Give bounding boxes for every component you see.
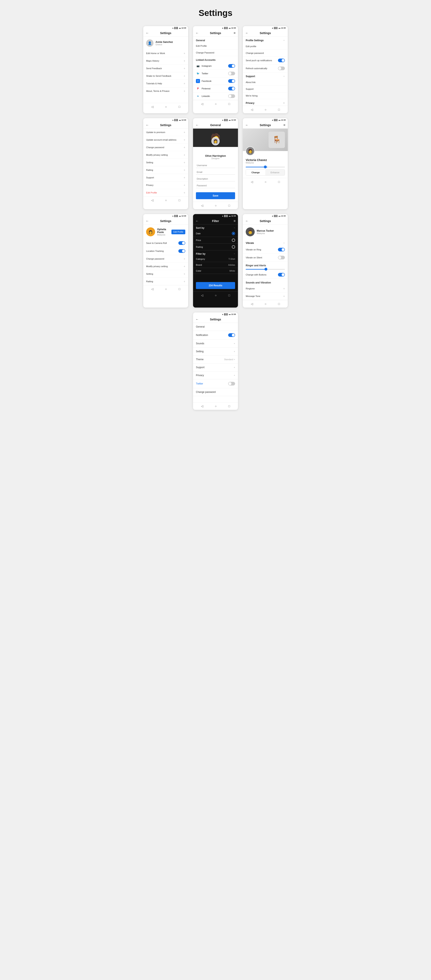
- back-button-4[interactable]: ←: [146, 123, 149, 127]
- back-nav-2[interactable]: ◁: [201, 102, 203, 105]
- back-nav-8[interactable]: ◁: [201, 294, 203, 297]
- section-collapse[interactable]: +: [283, 101, 285, 105]
- slider-row[interactable]: [243, 165, 288, 169]
- description-input[interactable]: [197, 178, 234, 180]
- linked-linkedin[interactable]: in Linkedin: [193, 92, 238, 100]
- support-p4[interactable]: Support +: [143, 174, 188, 181]
- raiting-radio[interactable]: [232, 245, 235, 248]
- modify-privacy-p4[interactable]: Modify privacy setting +: [143, 151, 188, 159]
- home-nav-10[interactable]: ○: [215, 404, 216, 408]
- ringer-slider[interactable]: [243, 268, 288, 271]
- pinterest-toggle[interactable]: [228, 87, 235, 91]
- linked-pinterest[interactable]: P Pinterest: [193, 85, 238, 92]
- back-button-7[interactable]: ←: [146, 219, 149, 223]
- home-nav-6[interactable]: ○: [265, 180, 266, 183]
- edit-profile-button-7[interactable]: Edit Profile: [172, 229, 185, 234]
- date-radio[interactable]: [232, 232, 235, 235]
- vibrate-silent[interactable]: Vibrate on Silent: [243, 254, 288, 262]
- recents-nav-1[interactable]: □: [178, 105, 180, 108]
- recents-nav-7[interactable]: □: [178, 287, 180, 291]
- back-button-3[interactable]: ←: [245, 31, 248, 35]
- twitter-settings-toggle[interactable]: [228, 382, 235, 385]
- vibrate-silent-toggle[interactable]: [278, 256, 285, 259]
- settings-item-maps[interactable]: Maps History +: [143, 57, 188, 65]
- back-button-9[interactable]: ←: [245, 219, 248, 223]
- change-buttons-toggle[interactable]: [278, 273, 285, 277]
- description-field[interactable]: [196, 176, 235, 181]
- facebook-toggle[interactable]: [228, 79, 235, 83]
- home-nav-9[interactable]: ○: [265, 302, 266, 305]
- home-nav-7[interactable]: ○: [165, 287, 167, 291]
- menu-button-8[interactable]: ≡: [234, 219, 235, 223]
- change-password-p4[interactable]: Change password +: [143, 144, 188, 151]
- price-radio[interactable]: [232, 239, 235, 242]
- setting-p4[interactable]: Setting +: [143, 159, 188, 166]
- password-input[interactable]: [197, 184, 234, 187]
- back-nav-5[interactable]: ◁: [201, 204, 203, 207]
- home-nav-1[interactable]: ○: [165, 105, 167, 108]
- vibrate-ring[interactable]: Vibrate on Ring: [243, 246, 288, 254]
- settings-item-edit-home[interactable]: Edit Home or Work +: [143, 49, 188, 57]
- email-input[interactable]: [197, 171, 234, 173]
- theme-item[interactable]: Theme Standard +: [193, 355, 238, 363]
- recents-nav-4[interactable]: □: [178, 199, 180, 202]
- send-push-p3[interactable]: Send puch up notifications: [243, 57, 288, 65]
- back-button-6[interactable]: ←: [245, 123, 248, 127]
- refresh-toggle[interactable]: [278, 67, 285, 70]
- back-nav-6[interactable]: ◁: [251, 180, 253, 183]
- home-nav-2[interactable]: ○: [215, 102, 216, 105]
- recents-nav-9[interactable]: □: [278, 302, 280, 305]
- twitter-item[interactable]: Twitter: [193, 379, 238, 388]
- ringtone[interactable]: Ringtone +: [243, 285, 288, 293]
- save-button[interactable]: Save: [196, 192, 235, 199]
- home-nav-5[interactable]: ○: [215, 204, 216, 207]
- camera-roll-toggle[interactable]: [178, 241, 185, 245]
- slider-track[interactable]: [246, 167, 285, 167]
- change-password-item[interactable]: Change password: [193, 388, 238, 396]
- back-button-5[interactable]: ←: [196, 123, 199, 127]
- settings-item-shake[interactable]: Shake to Send Feedback +: [143, 72, 188, 80]
- setting-item[interactable]: Setting +: [193, 348, 238, 355]
- update-email[interactable]: Update account email address +: [143, 136, 188, 144]
- username-field[interactable]: [196, 163, 235, 168]
- notification-item[interactable]: Notification: [193, 331, 238, 340]
- back-nav-10[interactable]: ◁: [201, 404, 203, 408]
- results-button[interactable]: 234 Results: [196, 282, 235, 289]
- menu-button-6[interactable]: ≡: [283, 123, 285, 127]
- privacy-p4[interactable]: Privacy +: [143, 181, 188, 189]
- save-camera-roll[interactable]: Save to Camera Roll: [143, 239, 188, 247]
- sounds-item[interactable]: Sounds +: [193, 340, 238, 348]
- notification-toggle[interactable]: [228, 333, 235, 337]
- back-nav-9[interactable]: ◁: [251, 302, 253, 305]
- privacy-item[interactable]: Privacy +: [193, 371, 238, 379]
- filter-brand[interactable]: Brand Adidas: [193, 262, 238, 268]
- back-nav-4[interactable]: ◁: [151, 199, 153, 202]
- recents-nav-8[interactable]: □: [228, 294, 230, 297]
- section-collapse[interactable]: −: [283, 75, 285, 78]
- filter-collapse[interactable]: −: [234, 253, 235, 255]
- ringer-track[interactable]: [246, 269, 285, 270]
- back-nav-3[interactable]: ◁: [251, 108, 253, 111]
- change-password-item[interactable]: Change Password: [193, 49, 238, 56]
- edit-profile-p3[interactable]: Edit profile: [243, 43, 288, 50]
- section-collapse[interactable]: −: [283, 38, 285, 42]
- support-item[interactable]: Support +: [193, 363, 238, 371]
- location-tracking[interactable]: Location Tracking: [143, 247, 188, 255]
- back-button-1[interactable]: ←: [146, 31, 149, 35]
- change-btn[interactable]: Change: [246, 170, 265, 175]
- back-nav-7[interactable]: ◁: [151, 287, 153, 291]
- password-field[interactable]: [196, 183, 235, 188]
- sort-date[interactable]: Date: [193, 230, 238, 237]
- settings-item-tutorials[interactable]: Tutorials & Help +: [143, 80, 188, 88]
- support-p3[interactable]: Support: [243, 86, 288, 92]
- email-field[interactable]: [196, 170, 235, 175]
- home-nav-8[interactable]: ○: [215, 294, 216, 297]
- sort-price[interactable]: Price: [193, 237, 238, 244]
- about-link-p3[interactable]: About link: [243, 79, 288, 86]
- send-push-toggle[interactable]: [278, 59, 285, 62]
- recents-nav-5[interactable]: □: [228, 204, 230, 207]
- filter-color[interactable]: Color White: [193, 268, 238, 274]
- instagram-toggle[interactable]: [228, 64, 235, 68]
- linkedin-toggle[interactable]: [228, 94, 235, 98]
- section-collapse[interactable]: −: [283, 241, 285, 245]
